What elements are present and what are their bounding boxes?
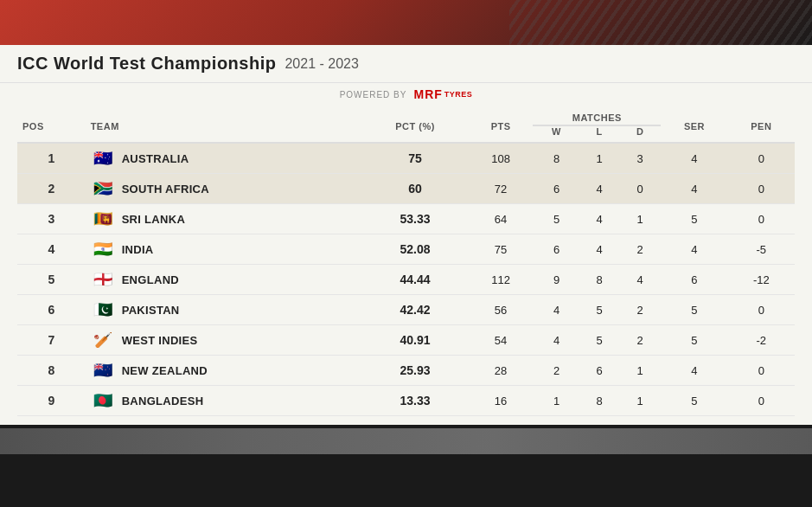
- ser-cell: 5: [661, 204, 727, 234]
- table-row: 9 🇧🇩 BANGLADESH 13.33 16 1 8 1 5 0: [17, 386, 795, 416]
- col-d: D: [619, 125, 661, 143]
- col-ser: SER: [661, 106, 727, 143]
- pos-cell: 4: [17, 234, 86, 265]
- mrf-logo: MRF TYRES: [413, 87, 472, 101]
- powered-by-bar: POWERED BY MRF TYRES: [0, 82, 812, 106]
- team-cell: 🇵🇰 PAKISTAN: [86, 295, 362, 325]
- w-cell: 9: [533, 265, 579, 295]
- d-cell: 2: [619, 234, 661, 265]
- w-cell: 2: [533, 356, 579, 386]
- team-cell: 🇦🇺 AUSTRALIA: [86, 143, 362, 174]
- col-matches-group: MATCHES: [533, 106, 661, 125]
- pct-cell: 44.44: [361, 265, 468, 295]
- d-cell: 3: [619, 143, 661, 174]
- pos-cell: 3: [17, 204, 86, 234]
- flag-icon: 🇳🇿: [91, 363, 115, 378]
- pos-cell: 9: [17, 386, 86, 416]
- title-bar: ICC World Test Championship 2021 - 2023: [0, 45, 812, 82]
- ser-cell: 4: [661, 234, 727, 265]
- pen-cell: 0: [728, 386, 795, 416]
- ser-cell: 5: [661, 386, 727, 416]
- table-header-top: POS TEAM PCT (%) PTS MATCHES SER PEN: [17, 106, 795, 125]
- col-pct: PCT (%): [361, 106, 468, 143]
- table-row: 3 🇱🇰 SRI LANKA 53.33 64 5 4 1 5 0: [17, 204, 795, 234]
- l-cell: 4: [580, 204, 619, 234]
- team-name: NEW ZEALAND: [122, 364, 208, 377]
- pct-cell: 52.08: [361, 234, 468, 265]
- team-cell: 🇱🇰 SRI LANKA: [86, 204, 362, 234]
- pts-cell: 54: [469, 325, 534, 356]
- flag-icon: 🏏: [91, 332, 115, 348]
- d-cell: 1: [619, 356, 661, 386]
- team-name: ENGLAND: [122, 273, 179, 286]
- ser-cell: 4: [661, 356, 727, 386]
- pts-cell: 56: [469, 295, 534, 325]
- ser-cell: 5: [661, 325, 727, 356]
- table-row: 8 🇳🇿 NEW ZEALAND 25.93 28 2 6 1 4 0: [17, 356, 795, 386]
- d-cell: 0: [619, 174, 661, 204]
- team-name: BANGLADESH: [122, 395, 204, 408]
- year-range: 2021 - 2023: [285, 56, 358, 72]
- team-cell: 🇮🇳 INDIA: [86, 234, 362, 265]
- pos-cell: 6: [17, 295, 86, 325]
- flag-icon: 🇧🇩: [91, 393, 115, 408]
- d-cell: 2: [619, 325, 661, 356]
- main-title: ICC World Test Championship: [17, 54, 276, 74]
- l-cell: 5: [580, 295, 619, 325]
- flag-icon: 🇿🇦: [91, 181, 115, 196]
- pen-cell: 0: [728, 143, 795, 174]
- team-name: SRI LANKA: [122, 213, 185, 226]
- ser-cell: 4: [661, 174, 727, 204]
- ser-cell: 5: [661, 295, 727, 325]
- powered-by-text: POWERED BY: [340, 90, 407, 99]
- l-cell: 4: [580, 234, 619, 265]
- pos-cell: 5: [17, 265, 86, 295]
- w-cell: 6: [533, 234, 579, 265]
- pts-cell: 112: [469, 265, 534, 295]
- table-row: 1 🇦🇺 AUSTRALIA 75 108 8 1 3 4 0: [17, 143, 795, 174]
- d-cell: 1: [619, 204, 661, 234]
- pct-cell: 75: [361, 143, 468, 174]
- table-container: POS TEAM PCT (%) PTS MATCHES SER PEN W L…: [0, 106, 812, 425]
- pct-cell: 25.93: [361, 356, 468, 386]
- w-cell: 8: [533, 143, 579, 174]
- flag-icon: 🇦🇺: [91, 151, 115, 166]
- pct-cell: 42.42: [361, 295, 468, 325]
- l-cell: 5: [580, 325, 619, 356]
- table-row: 7 🏏 WEST INDIES 40.91 54 4 5 2 5 -2: [17, 325, 795, 356]
- flag-icon: 🇱🇰: [91, 211, 115, 227]
- col-l: L: [580, 125, 619, 143]
- pen-cell: 0: [728, 295, 795, 325]
- team-name: WEST INDIES: [122, 334, 198, 347]
- w-cell: 4: [533, 325, 579, 356]
- table-row: 6 🇵🇰 PAKISTAN 42.42 56 4 5 2 5 0: [17, 295, 795, 325]
- flag-icon: 🇮🇳: [91, 241, 115, 257]
- w-cell: 1: [533, 386, 579, 416]
- w-cell: 4: [533, 295, 579, 325]
- col-team: TEAM: [86, 106, 362, 143]
- d-cell: 2: [619, 295, 661, 325]
- pts-cell: 75: [469, 234, 534, 265]
- col-pen: PEN: [728, 106, 795, 143]
- pts-cell: 16: [469, 386, 534, 416]
- l-cell: 8: [580, 386, 619, 416]
- ser-cell: 6: [661, 265, 727, 295]
- pct-cell: 13.33: [361, 386, 468, 416]
- d-cell: 1: [619, 386, 661, 416]
- pos-cell: 8: [17, 356, 86, 386]
- l-cell: 1: [580, 143, 619, 174]
- pct-cell: 40.91: [361, 325, 468, 356]
- pen-cell: -2: [728, 325, 795, 356]
- pts-cell: 72: [469, 174, 534, 204]
- team-cell: 🇳🇿 NEW ZEALAND: [86, 356, 362, 386]
- ser-cell: 4: [661, 143, 727, 174]
- table-row: 5 🏴󠁧󠁢󠁥󠁮󠁧󠁿 ENGLAND 44.44 112 9 8 4 6 -12: [17, 265, 795, 295]
- flag-icon: 🏴󠁧󠁢󠁥󠁮󠁧󠁿: [91, 272, 115, 287]
- standings-table: POS TEAM PCT (%) PTS MATCHES SER PEN W L…: [17, 106, 795, 416]
- table-row: 4 🇮🇳 INDIA 52.08 75 6 4 2 4 -5: [17, 234, 795, 265]
- pts-cell: 28: [469, 356, 534, 386]
- pos-cell: 2: [17, 174, 86, 204]
- mrf-tyres: TYRES: [444, 90, 473, 99]
- col-pos: POS: [17, 106, 86, 143]
- d-cell: 4: [619, 265, 661, 295]
